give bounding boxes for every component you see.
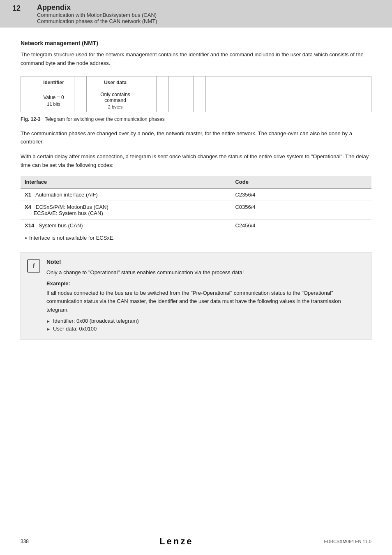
note-title: Note! bbox=[46, 259, 363, 265]
header-bar: 12 Appendix Communication with MotionBus… bbox=[0, 0, 392, 28]
note-body: Only a change to "Operational" status en… bbox=[46, 268, 363, 277]
header-subtitle2: Communication phases of the CAN network … bbox=[37, 18, 157, 24]
diagram-empty-header-4 bbox=[157, 76, 169, 89]
paragraph-2: With a certain delay after mains connect… bbox=[21, 153, 371, 170]
note-list: ► Identifier: 0x00 (broadcast telegram) … bbox=[46, 318, 363, 332]
list-item: ► Identifier: 0x00 (broadcast telegram) bbox=[46, 318, 363, 324]
doc-id: EDBCSXM064 EN 11.0 bbox=[324, 539, 371, 544]
diagram-empty-header-8 bbox=[206, 76, 371, 89]
diagram-empty-data-6 bbox=[181, 89, 194, 112]
page: 12 Appendix Communication with MotionBus… bbox=[0, 0, 392, 555]
row-id-x1: X1 bbox=[25, 192, 31, 198]
note-example-label: Example: bbox=[46, 280, 363, 287]
list-item-1: Identifier: 0x00 (broadcast telegram) bbox=[53, 318, 139, 324]
table-cell-code-x1: C2356/4 bbox=[231, 188, 371, 201]
note-content: Note! Only a change to "Operational" sta… bbox=[46, 259, 363, 333]
table-row: X4 ECSxS/P/M: MotionBus (CAN) ECSxA/E: S… bbox=[21, 201, 371, 219]
info-icon: i bbox=[27, 259, 40, 273]
note-box: i Note! Only a change to "Operational" s… bbox=[21, 252, 371, 340]
fig-label: Fig. 12-3 bbox=[21, 116, 41, 122]
diagram-data-row: Value = 0 11 bits Only contains command … bbox=[21, 89, 371, 112]
diagram-empty-data-3 bbox=[144, 89, 157, 112]
table-cell-code-x4: C0356/4 bbox=[231, 201, 371, 219]
diagram-header-row: Identifier User data bbox=[21, 76, 371, 89]
row-interface-x14-bullet: ● Interface is not available for ECSxE. bbox=[25, 235, 227, 241]
diagram-empty-header-1 bbox=[21, 76, 33, 89]
diagram-userdata-header: User data bbox=[87, 76, 144, 89]
table-cell-interface-x1: X1 Automation interface (AIF) bbox=[21, 188, 231, 201]
table-row: X14 System bus (CAN) ● Interface is not … bbox=[21, 219, 371, 244]
list-item: ► User data: 0x0100 bbox=[46, 326, 363, 332]
userdata-label: Only contains command bbox=[92, 92, 139, 103]
identifier-value: Value = 0 bbox=[43, 95, 64, 100]
table-row: X1 Automation interface (AIF) C2356/4 bbox=[21, 188, 371, 201]
note-example-body: If all nodes connected to the bus are to… bbox=[46, 289, 363, 314]
userdata-bytes: 2 bytes bbox=[108, 104, 122, 109]
diagram-identifier-header: Identifier bbox=[33, 76, 74, 89]
row-interface-x14-line1: System bus (CAN) bbox=[39, 222, 83, 229]
page-number: 338 bbox=[21, 539, 29, 544]
list-bullet-2: ► bbox=[46, 327, 51, 331]
footer: 338 Lenze EDBCSXM064 EN 11.0 bbox=[0, 536, 392, 547]
interface-table: Interface Code X1 Automation interface (… bbox=[21, 176, 371, 244]
diagram-userdata-data: Only contains command 2 bytes bbox=[87, 89, 144, 112]
table-header-row: Interface Code bbox=[21, 176, 371, 188]
bullet-icon: ● bbox=[25, 236, 27, 240]
col-header-interface: Interface bbox=[21, 176, 231, 188]
diagram-empty-data-7 bbox=[194, 89, 206, 112]
diagram-empty-header-5 bbox=[169, 76, 181, 89]
bullet-text: Interface is not available for ECSxE. bbox=[29, 235, 115, 241]
lenze-logo: Lenze bbox=[159, 536, 193, 547]
row-id-x14: X14 bbox=[25, 222, 34, 229]
table-cell-interface-x14: X14 System bus (CAN) ● Interface is not … bbox=[21, 219, 231, 244]
diagram-empty-header-6 bbox=[181, 76, 194, 89]
header-subtitle1: Communication with MotionBus/system bus … bbox=[37, 12, 157, 18]
list-item-2: User data: 0x0100 bbox=[53, 326, 97, 332]
row-interface-x4-line1: ECSxS/P/M: MotionBus (CAN) bbox=[36, 204, 108, 210]
row-interface-x4-line2: ECSxA/E: System bus (CAN) bbox=[34, 210, 103, 216]
diagram-identifier-data: Value = 0 11 bits bbox=[33, 89, 74, 112]
fig-text: Telegram for switching over the communic… bbox=[45, 116, 165, 122]
intro-paragraph: The telegram structure used for the netw… bbox=[21, 51, 371, 68]
paragraph-1: The communication phases are changed ove… bbox=[21, 130, 371, 147]
list-bullet-1: ► bbox=[46, 319, 51, 324]
diagram-empty-header-2 bbox=[74, 76, 87, 89]
section-heading: Network management (NMT) bbox=[21, 40, 371, 46]
figure-caption: Fig. 12-3 Telegram for switching over th… bbox=[21, 116, 371, 122]
telegram-diagram: Identifier User data Value = 0 bbox=[21, 76, 371, 112]
table-cell-interface-x4: X4 ECSxS/P/M: MotionBus (CAN) ECSxA/E: S… bbox=[21, 201, 231, 219]
diagram-empty-data-8 bbox=[206, 89, 371, 112]
chapter-title: Appendix bbox=[37, 3, 157, 12]
diagram-empty-data-4 bbox=[157, 89, 169, 112]
row-interface-x1: Automation interface (AIF) bbox=[35, 192, 98, 198]
diagram-empty-data-5 bbox=[169, 89, 181, 112]
diagram-empty-header-7 bbox=[194, 76, 206, 89]
diagram-empty-data-1 bbox=[21, 89, 33, 112]
row-id-x4: X4 bbox=[25, 204, 31, 210]
chapter-number: 12 bbox=[12, 3, 33, 13]
identifier-bits: 11 bits bbox=[47, 102, 60, 106]
content-area: Network management (NMT) The telegram st… bbox=[0, 28, 392, 373]
table-cell-code-x14: C2456/4 bbox=[231, 219, 371, 244]
col-header-code: Code bbox=[231, 176, 371, 188]
diagram-empty-header-3 bbox=[144, 76, 157, 89]
header-titles: Appendix Communication with MotionBus/sy… bbox=[37, 3, 157, 24]
diagram-empty-data-2 bbox=[74, 89, 87, 112]
